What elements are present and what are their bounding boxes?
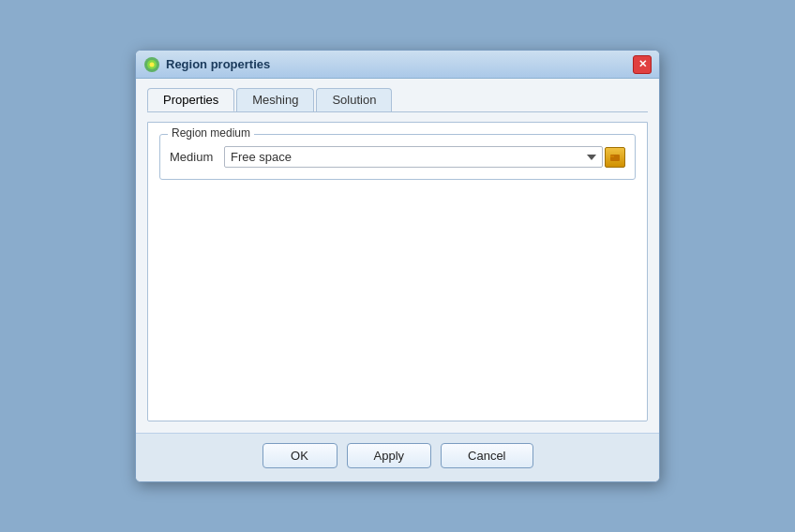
tab-solution[interactable]: Solution — [316, 88, 392, 111]
dialog-title: Region properties — [166, 57, 270, 71]
dialog-region-properties: Region properties ✕ Properties Meshing S… — [135, 50, 660, 482]
title-bar: Region properties ✕ — [136, 51, 659, 79]
dialog-footer: OK Apply Cancel — [136, 433, 659, 481]
cancel-button[interactable]: Cancel — [441, 443, 532, 468]
title-bar-left: Region properties — [143, 56, 270, 73]
tabs-bar: Properties Meshing Solution — [147, 88, 648, 112]
medium-select[interactable]: Free space Air Vacuum — [224, 146, 603, 168]
apply-button[interactable]: Apply — [347, 443, 432, 468]
dialog-body: Properties Meshing Solution Region mediu… — [136, 79, 659, 433]
close-button[interactable]: ✕ — [633, 55, 652, 74]
ok-button[interactable]: OK — [262, 443, 338, 468]
group-label: Region medium — [168, 126, 254, 140]
tab-properties[interactable]: Properties — [147, 88, 234, 111]
medium-select-container: Free space Air Vacuum — [224, 146, 625, 168]
app-icon — [143, 56, 160, 73]
svg-rect-4 — [610, 155, 614, 157]
tab-meshing[interactable]: Meshing — [236, 88, 314, 111]
folder-icon — [609, 152, 621, 163]
medium-icon-button[interactable] — [605, 147, 625, 168]
medium-label: Medium — [170, 150, 217, 164]
medium-field-row: Medium Free space Air Vacuum — [170, 146, 625, 168]
region-medium-group: Region medium Medium Free space Air Vacu… — [159, 134, 636, 180]
svg-point-2 — [150, 62, 155, 66]
tab-content-properties: Region medium Medium Free space Air Vacu… — [147, 122, 648, 421]
